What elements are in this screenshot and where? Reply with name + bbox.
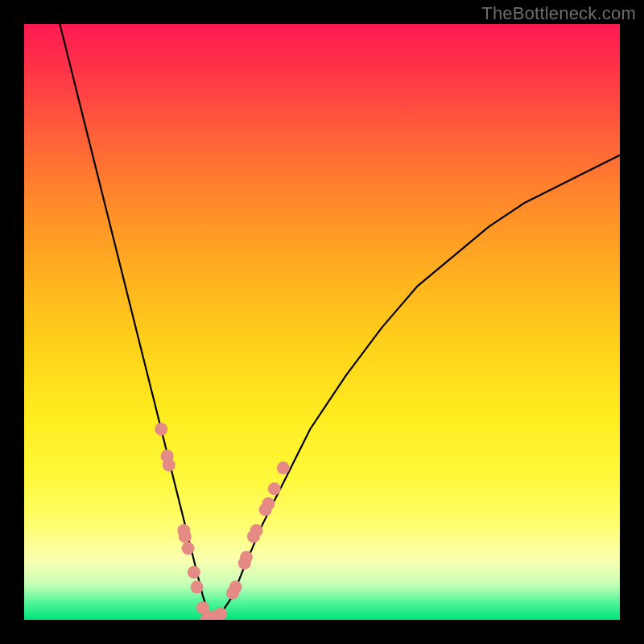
bottleneck-curve [60, 24, 620, 620]
highlight-point [155, 423, 167, 436]
highlight-point [250, 524, 263, 537]
highlight-point [188, 566, 200, 579]
chart-frame: TheBottleneck.com [0, 0, 644, 644]
highlight-point [191, 580, 204, 593]
highlight-point [277, 461, 290, 474]
highlight-point [179, 530, 192, 543]
highlight-point [262, 497, 275, 510]
watermark-text: TheBottleneck.com [481, 3, 636, 24]
highlight-point [229, 580, 242, 593]
highlight-point [163, 459, 175, 472]
highlighted-points [155, 423, 290, 620]
optimal-band [200, 617, 221, 620]
highlight-point [268, 482, 281, 495]
highlight-point [182, 542, 195, 555]
highlight-point [240, 551, 253, 564]
curve-layer [24, 24, 620, 620]
plot-area [24, 24, 620, 620]
